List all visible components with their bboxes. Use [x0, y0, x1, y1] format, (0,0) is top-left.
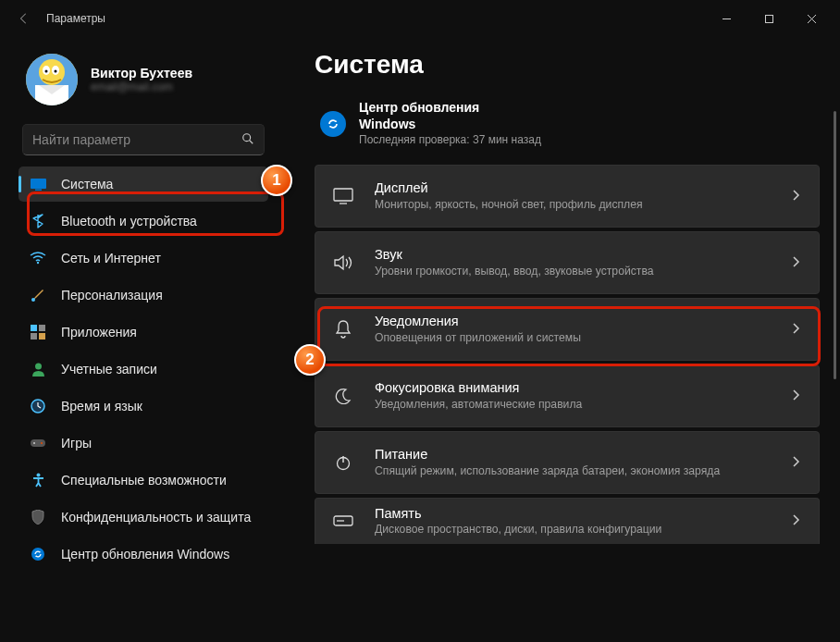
chevron-right-icon [793, 513, 800, 528]
maximize-button[interactable] [747, 4, 790, 33]
search-input[interactable] [22, 124, 265, 155]
bluetooth-icon [30, 213, 46, 229]
card-display[interactable]: Дисплей Мониторы, яркость, ночной свет, … [315, 165, 820, 228]
clock-icon [30, 398, 46, 414]
power-icon [332, 451, 354, 474]
svg-point-23 [41, 442, 43, 444]
sidebar-item-label: Время и язык [61, 399, 142, 414]
settings-cards: Дисплей Мониторы, яркость, ночной свет, … [315, 165, 820, 544]
card-title: Дисплей [375, 180, 772, 196]
moon-icon [332, 385, 354, 407]
svg-line-10 [250, 140, 253, 143]
chevron-right-icon [793, 389, 800, 403]
svg-point-14 [31, 298, 35, 302]
card-sound[interactable]: Звук Уровни громкости, вывод, ввод, звук… [315, 231, 820, 294]
sound-icon [332, 252, 354, 274]
sidebar-item-label: Конфиденциальность и защита [61, 510, 251, 525]
svg-rect-18 [39, 333, 45, 340]
annotation-marker-1: 1 [261, 165, 292, 196]
sidebar-item-label: Bluetooth и устройства [61, 214, 197, 228]
user-email: email@mail.com [91, 80, 192, 93]
sidebar-item-time-language[interactable]: Время и язык [19, 389, 268, 424]
search-icon [241, 132, 254, 148]
sidebar-item-windows-update[interactable]: Центр обновления Windows [19, 537, 268, 572]
scrollbar[interactable] [834, 111, 836, 379]
card-title: Питание [375, 447, 772, 463]
svg-rect-21 [31, 439, 45, 447]
card-subtitle: Уведомления, автоматические правила [375, 398, 772, 411]
card-title: Уведомления [375, 314, 772, 329]
svg-rect-15 [31, 325, 37, 331]
app-title: Параметры [46, 12, 105, 25]
card-subtitle: Уровни громкости, вывод, ввод, звуковые … [375, 265, 772, 278]
svg-point-7 [55, 70, 57, 73]
card-subtitle: Спящий режим, использование заряда батар… [375, 464, 772, 477]
accessibility-icon [30, 472, 46, 488]
card-notifications[interactable]: Уведомления Оповещения от приложений и с… [315, 298, 820, 361]
update-title: Центр обновления Windows [359, 100, 525, 132]
sidebar-item-label: Система [61, 177, 113, 191]
system-icon [30, 176, 46, 192]
sidebar-item-apps[interactable]: Приложения [19, 315, 268, 350]
gamepad-icon [30, 435, 46, 451]
windows-update-status[interactable]: Центр обновления Windows Последняя прове… [315, 94, 820, 165]
display-icon [332, 185, 354, 207]
user-profile[interactable]: Виктор Бухтеев email@mail.com [17, 44, 270, 118]
card-subtitle: Оповещения от приложений и системы [375, 331, 772, 344]
svg-point-13 [37, 262, 39, 264]
wifi-icon [30, 250, 46, 266]
svg-point-22 [33, 442, 35, 444]
shield-icon [30, 509, 46, 525]
sidebar-item-label: Персонализация [61, 288, 163, 302]
svg-point-25 [31, 548, 44, 561]
sidebar-item-system[interactable]: Система [19, 167, 268, 202]
brush-icon [30, 287, 46, 303]
card-title: Звук [375, 247, 772, 263]
card-title: Фокусировка внимания [375, 380, 772, 396]
page-title: Система [315, 50, 820, 80]
apps-icon [30, 324, 46, 340]
user-name: Виктор Бухтеев [91, 66, 192, 80]
chevron-right-icon [793, 455, 800, 470]
card-storage[interactable]: Память Дисковое пространство, диски, пра… [315, 498, 820, 544]
chevron-right-icon [793, 322, 800, 337]
svg-point-19 [35, 364, 42, 370]
svg-point-9 [243, 133, 251, 141]
card-subtitle: Мониторы, яркость, ночной свет, профиль … [375, 198, 772, 211]
chevron-right-icon [793, 255, 800, 270]
update-icon [30, 546, 46, 562]
sidebar-nav: Система Bluetooth и устройства Сеть и Ин… [17, 167, 270, 572]
sidebar-item-label: Центр обновления Windows [61, 547, 229, 562]
svg-rect-16 [39, 325, 45, 331]
search-field[interactable] [32, 132, 241, 147]
sidebar-item-accounts[interactable]: Учетные записи [19, 352, 268, 387]
sidebar-item-label: Сеть и Интернет [61, 251, 161, 265]
sidebar-item-label: Учетные записи [61, 362, 157, 377]
svg-rect-17 [31, 333, 37, 340]
sidebar-item-privacy[interactable]: Конфиденциальность и защита [19, 500, 268, 535]
sidebar-item-label: Специальные возможности [61, 473, 227, 488]
sidebar: Виктор Бухтеев email@mail.com Система Bl… [0, 37, 287, 642]
sidebar-item-personalization[interactable]: Персонализация [19, 278, 268, 313]
svg-point-3 [39, 59, 65, 85]
card-power[interactable]: Питание Спящий режим, использование заря… [315, 431, 820, 494]
sidebar-item-gaming[interactable]: Игры [19, 426, 268, 461]
update-status-icon [320, 111, 346, 137]
bell-icon [332, 318, 354, 340]
chevron-right-icon [793, 189, 800, 204]
svg-point-24 [36, 474, 40, 477]
sidebar-item-label: Приложения [61, 325, 137, 340]
avatar [26, 54, 78, 105]
close-button[interactable] [790, 4, 833, 33]
annotation-marker-2: 2 [294, 344, 326, 376]
sidebar-item-label: Игры [61, 436, 92, 451]
sidebar-item-accessibility[interactable]: Специальные возможности [19, 463, 268, 498]
minimize-button[interactable] [705, 4, 747, 33]
sidebar-item-network[interactable]: Сеть и Интернет [19, 241, 268, 276]
person-icon [30, 361, 46, 377]
svg-rect-11 [31, 179, 46, 189]
card-focus-assist[interactable]: Фокусировка внимания Уведомления, автома… [315, 364, 820, 427]
back-button[interactable] [7, 2, 41, 35]
sidebar-item-bluetooth[interactable]: Bluetooth и устройства [19, 204, 268, 239]
svg-rect-12 [35, 189, 42, 191]
